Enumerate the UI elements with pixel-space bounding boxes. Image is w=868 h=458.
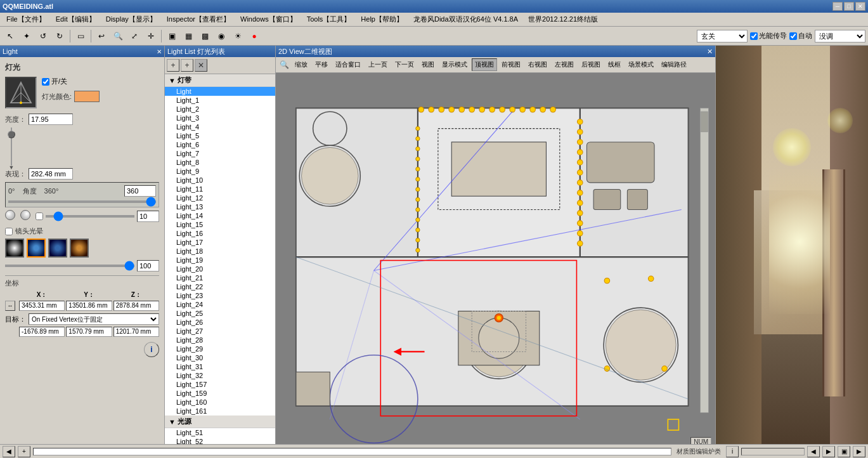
list-item-light-27[interactable]: Light_27 — [165, 327, 275, 336]
list-item-light-7[interactable]: Light_7 — [165, 149, 275, 158]
tb-rotate-btn[interactable]: ↺ — [36, 29, 51, 43]
tb-fit-btn-2d[interactable]: 适合窗口 — [332, 58, 364, 71]
lens-thumb-2[interactable] — [48, 239, 67, 258]
bottom-prev-btn[interactable]: ◀ — [3, 446, 15, 457]
menu-tools[interactable]: Tools【工具】 — [303, 13, 355, 25]
tb-edit-path-btn[interactable]: 编辑路径 — [658, 58, 690, 71]
list-item-light-157[interactable]: Light_157 — [165, 380, 275, 389]
list-item-light-30[interactable]: Light_30 — [165, 353, 275, 362]
group-sources-header[interactable]: ▼ 光源 — [165, 415, 275, 428]
tb-prev-btn[interactable]: 上一页 — [365, 58, 391, 71]
list-add2-btn[interactable]: + — [181, 59, 193, 72]
list-item-light-32[interactable]: Light_32 — [165, 371, 275, 380]
list-item-light-23[interactable]: Light_23 — [165, 291, 275, 300]
tb-red-btn[interactable]: ● — [247, 29, 262, 43]
tb-save-btn[interactable]: ▭ — [73, 29, 88, 43]
view-2d-canvas[interactable]: NUM — [276, 73, 715, 448]
list-item-light-3[interactable]: Light_3 — [165, 114, 275, 122]
brightness-slider-handle[interactable] — [8, 131, 15, 138]
menu-inspector[interactable]: Inspector【查看栏】 — [163, 13, 234, 25]
list-item-light-24[interactable]: Light_24 — [165, 300, 275, 309]
bottom-right-btn[interactable]: ▶ — [822, 446, 835, 457]
list-item-light-18[interactable]: Light_18 — [165, 247, 275, 256]
list-item-light-161[interactable]: Light_161 — [165, 407, 275, 415]
menu-display[interactable]: Display【显示】 — [102, 13, 160, 25]
tb-obj-btn[interactable]: ◉ — [214, 29, 229, 43]
tb-scene-btn[interactable]: ▦ — [181, 29, 196, 43]
list-item-light-16[interactable]: Light_16 — [165, 229, 275, 238]
list-item-light-8[interactable]: Light_8 — [165, 158, 275, 167]
light-color-swatch[interactable] — [74, 91, 100, 102]
list-item-light-5[interactable]: Light_5 — [165, 131, 275, 140]
list-item-light-0[interactable]: Light — [165, 87, 275, 96]
list-item-light-4[interactable]: Light_4 — [165, 122, 275, 131]
info-button[interactable]: i — [144, 342, 159, 357]
tb-top-btn[interactable]: 顶视图 — [472, 58, 497, 71]
zoom-icon[interactable]: 🔍 — [278, 58, 290, 71]
tb-zoom-btn[interactable]: 🔍 — [110, 29, 126, 43]
tb-redo-btn[interactable]: ↻ — [52, 29, 67, 43]
list-item-light-29[interactable]: Light_29 — [165, 344, 275, 353]
menu-edit[interactable]: Edit【编辑】 — [52, 13, 100, 25]
list-item-light-17[interactable]: Light_17 — [165, 238, 275, 247]
lens-opacity-slider[interactable] — [5, 265, 134, 267]
scene-select[interactable]: 玄关 — [697, 30, 748, 43]
tb-display-btn[interactable]: 显示模式 — [439, 58, 470, 71]
minimize-btn[interactable]: ─ — [832, 2, 843, 11]
list-item-light-13[interactable]: Light_13 — [165, 202, 275, 211]
right-select[interactable]: 没调 — [815, 30, 865, 43]
lens-thumb-3[interactable] — [70, 239, 89, 258]
window-controls[interactable]: ─ □ ✕ — [832, 2, 865, 11]
angle-input[interactable]: 360 — [124, 185, 156, 197]
tb-right-btn[interactable]: 右视图 — [525, 58, 550, 71]
bottom-info-btn[interactable]: i — [726, 446, 739, 457]
group-lights-header[interactable]: ▼ 灯带 — [165, 74, 275, 87]
bottom-play-btn[interactable]: ▶ — [853, 446, 865, 457]
list-item-light-31[interactable]: Light_31 — [165, 362, 275, 371]
tb-render-btn[interactable]: ▣ — [164, 29, 179, 43]
tb-move-btn[interactable]: ✛ — [143, 29, 159, 43]
list-item-light-12[interactable]: Light_12 — [165, 193, 275, 202]
lens-thumb-1[interactable] — [27, 239, 46, 258]
shadow-value[interactable]: 10 — [137, 211, 159, 222]
list-item-light-15[interactable]: Light_15 — [165, 220, 275, 229]
menu-windows[interactable]: Windows【窗口】 — [236, 13, 301, 25]
list-item-light-51[interactable]: Light_51 — [165, 428, 275, 437]
target-select[interactable]: On Fixed Vertex位于固定 — [29, 313, 159, 325]
list-item-light-25[interactable]: Light_25 — [165, 309, 275, 318]
bottom-left-btn[interactable]: ◀ — [807, 446, 820, 457]
brightness-value[interactable]: 17.95 — [29, 114, 73, 125]
list-delete-btn[interactable]: ✕ — [195, 59, 207, 72]
light-panel-close[interactable]: ✕ — [157, 48, 162, 55]
list-item-light-26[interactable]: Light_26 — [165, 318, 275, 327]
close-btn[interactable]: ✕ — [855, 2, 865, 11]
shadow-checkbox[interactable] — [36, 213, 43, 220]
surface-value[interactable]: 282.48 mm — [29, 168, 73, 180]
on-off-checkbox[interactable] — [42, 78, 49, 86]
tb-next-btn[interactable]: 下一页 — [392, 58, 417, 71]
list-item-light-14[interactable]: Light_14 — [165, 211, 275, 220]
list-item-light-21[interactable]: Light_21 — [165, 273, 275, 282]
list-item-light-9[interactable]: Light_9 — [165, 167, 275, 176]
auto-checkbox[interactable] — [789, 32, 797, 40]
list-item-light-20[interactable]: Light_20 — [165, 265, 275, 273]
tb-pan-btn[interactable]: 平移 — [312, 58, 331, 71]
list-item-light-6[interactable]: Light_6 — [165, 140, 275, 149]
lens-checkbox[interactable] — [750, 32, 758, 40]
list-item-light-159[interactable]: Light_159 — [165, 389, 275, 398]
tb-light-btn[interactable]: ☀ — [230, 29, 245, 43]
lens-enable-checkbox[interactable] — [5, 228, 13, 235]
tb-arrow-btn[interactable]: ↖ — [3, 29, 18, 43]
tb-view-btn-2d[interactable]: 视图 — [418, 58, 437, 71]
menu-file[interactable]: File【文件】 — [3, 13, 49, 25]
maximize-btn[interactable]: □ — [844, 2, 854, 11]
tb-scene-btn-2d[interactable]: 场景模式 — [625, 58, 657, 71]
list-item-light-11[interactable]: Light_11 — [165, 185, 275, 193]
list-add-btn[interactable]: + — [167, 59, 179, 72]
tb-star-btn[interactable]: ✦ — [19, 29, 34, 43]
tb-front-btn[interactable]: 前视图 — [498, 58, 524, 71]
view-2d-close[interactable]: ✕ — [707, 48, 713, 56]
bottom-add-btn[interactable]: + — [18, 446, 30, 457]
list-item-light-1[interactable]: Light_1 — [165, 96, 275, 105]
list-item-light-19[interactable]: Light_19 — [165, 256, 275, 265]
